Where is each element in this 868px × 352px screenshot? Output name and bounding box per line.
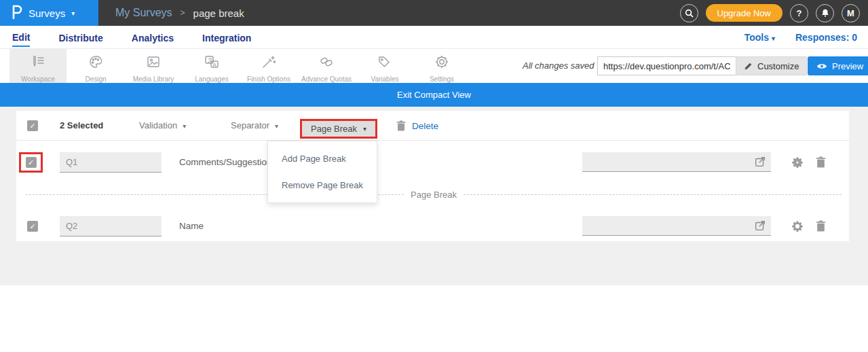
toolbar-item-label: Variables (371, 75, 399, 83)
selected-count: 2 Selected (60, 111, 103, 141)
search-icon (685, 9, 694, 18)
page-break-divider: Page Break (26, 190, 842, 199)
separator-dropdown[interactable]: Separator▾ (231, 111, 278, 141)
open-external-icon[interactable] (754, 156, 766, 171)
gear-icon (791, 156, 804, 169)
chevron-down-icon: ▾ (183, 122, 186, 130)
finish-options-icon (261, 54, 277, 73)
q1-code-input[interactable]: Q1 (60, 152, 162, 173)
pencil-icon (744, 62, 753, 71)
preview-button[interactable]: Preview (808, 56, 868, 75)
breadcrumb-separator: > (181, 8, 185, 18)
design-icon (88, 54, 104, 73)
divider-label: Page Break (411, 190, 457, 200)
question-list-card: ✓ 2 Selected Validation▾ Separator▾ Page… (16, 111, 849, 241)
toolbar-item-label: Media Library (133, 75, 174, 83)
page-break-dropdown[interactable]: Page Break▾ (302, 121, 375, 137)
toolbar-item-workspace[interactable]: Workspace (10, 49, 67, 83)
open-external-icon[interactable] (754, 219, 766, 234)
toolbar-item-label: Advance Quotas (301, 75, 352, 83)
variables-icon (377, 54, 393, 73)
survey-url-input[interactable] (597, 56, 736, 75)
toolbar-item-label: Finish Options (247, 75, 290, 83)
search-button[interactable] (680, 4, 698, 22)
q2-checkbox[interactable]: ✓ (27, 221, 38, 232)
toolbar-item-label: Workspace (21, 75, 55, 83)
annotation-highlight-q1-checkbox: ✓ (19, 152, 43, 173)
validation-dropdown[interactable]: Validation▾ (139, 111, 186, 141)
top-header: Surveys ▾ My Surveys > page break Upgrad… (0, 0, 868, 26)
divider-line (464, 194, 842, 195)
advance-quotas-icon (318, 54, 335, 73)
q1-title: Comments/Suggestions: (179, 157, 279, 167)
q1-delete-button[interactable] (816, 156, 826, 171)
toolbar-item-label: Design (85, 75, 106, 83)
toolbar-item-media-library[interactable]: Media Library (125, 49, 182, 83)
page-break-menu: Add Page Break Remove Page Break (267, 141, 377, 203)
selection-bar: ✓ 2 Selected Validation▾ Separator▾ Page… (16, 111, 849, 141)
exit-compact-view-button[interactable]: Exit Compact View (0, 83, 868, 107)
toolbar-item-label: Settings (430, 75, 454, 83)
breadcrumb-my-surveys[interactable]: My Surveys (115, 7, 172, 19)
chevron-down-icon: ▾ (772, 35, 775, 42)
product-name: Surveys (29, 7, 65, 19)
q2-title: Name (179, 221, 204, 231)
toolbar-item-settings[interactable]: Settings (417, 49, 467, 83)
q2-answer-field[interactable] (582, 216, 771, 236)
notifications-button[interactable] (816, 4, 834, 22)
tab-analytics[interactable]: Analytics (132, 29, 174, 46)
surveys-product-menu[interactable]: Surveys ▾ (0, 0, 98, 26)
toolbar-item-finish-options[interactable]: Finish Options (242, 49, 296, 83)
responses-link[interactable]: Responses: 0 (795, 32, 857, 43)
questionpro-logo-icon (11, 4, 22, 22)
menu-item-add-page-break[interactable]: Add Page Break (268, 145, 377, 172)
delete-selected-button[interactable]: Delete (396, 111, 438, 141)
select-all-checkbox[interactable]: ✓ (27, 120, 38, 131)
media-library-icon (145, 54, 162, 73)
chevron-down-icon: ▾ (275, 122, 278, 130)
toolbar-item-label: Languages (195, 75, 229, 83)
eye-icon (816, 63, 827, 70)
app-window: Surveys ▾ My Surveys > page break Upgrad… (0, 0, 868, 352)
customize-button[interactable]: Customize (736, 56, 807, 75)
q2-settings-button[interactable] (791, 220, 804, 235)
trash-icon (396, 120, 406, 131)
tab-integration[interactable]: Integration (202, 29, 251, 46)
chevron-down-icon: ▾ (71, 10, 75, 17)
breadcrumb-current-survey: page break (193, 7, 244, 19)
chevron-down-icon: ▾ (363, 125, 366, 133)
q2-delete-button[interactable] (816, 220, 826, 234)
q1-checkbox[interactable]: ✓ (26, 157, 37, 168)
svg-text:A: A (213, 62, 217, 68)
header-actions: Upgrade Now ? M (680, 0, 861, 26)
q1-answer-field[interactable] (582, 152, 771, 172)
survey-nav: Edit Distribute Analytics Integration To… (0, 26, 868, 49)
tools-menu[interactable]: Tools ▾ (744, 32, 775, 43)
workspace-icon (30, 54, 46, 73)
help-button[interactable]: ? (790, 4, 808, 22)
avatar[interactable]: M (842, 4, 860, 22)
gear-icon (791, 220, 804, 232)
nav-right: Tools ▾ Responses: 0 (744, 26, 857, 49)
annotation-highlight-page-break: Page Break▾ (300, 119, 377, 139)
tab-distribute[interactable]: Distribute (58, 29, 102, 46)
bell-icon (820, 8, 830, 18)
breadcrumb: My Surveys > page break (115, 0, 244, 26)
toolbar-item-variables[interactable]: Variables (361, 49, 409, 83)
autosave-status: All changes saved (523, 49, 595, 83)
q1-settings-button[interactable] (791, 156, 804, 171)
q2-code-input[interactable]: Q2 (60, 216, 162, 236)
nav-tabs: Edit Distribute Analytics Integration (12, 26, 251, 49)
edit-toolbar: Workspace Design Media Library 文A Langua… (0, 49, 868, 83)
toolbar-item-languages[interactable]: 文A Languages (189, 49, 235, 83)
trash-icon (816, 220, 826, 232)
languages-icon: 文A (204, 54, 220, 73)
toolbar-item-advance-quotas[interactable]: Advance Quotas (297, 49, 356, 83)
tab-edit[interactable]: Edit (12, 28, 30, 47)
settings-icon (434, 54, 450, 73)
trash-icon (816, 156, 826, 168)
toolbar-item-design[interactable]: Design (73, 49, 119, 83)
menu-item-remove-page-break[interactable]: Remove Page Break (268, 172, 377, 198)
upgrade-now-button[interactable]: Upgrade Now (706, 4, 783, 22)
